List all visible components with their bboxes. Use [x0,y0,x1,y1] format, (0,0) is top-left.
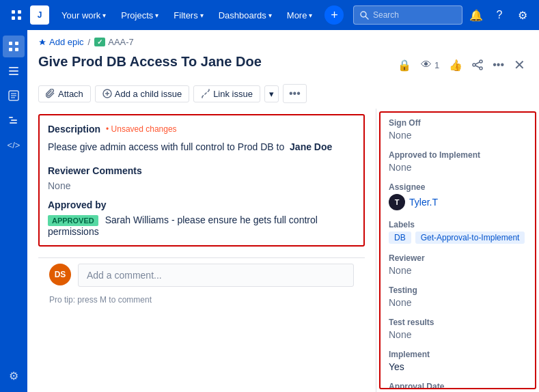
right-panel: Sign Off None Approved to Implement None… [379,111,536,389]
reviewer-section: Reviewer None [389,253,527,276]
chevron-down-icon: ▾ [155,12,158,19]
issue-type-badge: ✓ [94,38,105,46]
assignee-avatar: T [389,194,405,210]
svg-rect-17 [9,117,13,118]
breadcrumb-issue-id[interactable]: ✓ AAA-7 [94,37,134,47]
svg-rect-6 [9,42,12,45]
svg-rect-8 [9,48,12,51]
svg-rect-19 [10,122,17,124]
pro-tip: Pro tip: press M to comment [38,292,365,310]
chevron-down-icon: ▾ [309,12,312,19]
svg-line-24 [475,66,480,68]
comment-input[interactable]: Add a comment... [78,264,354,287]
add-child-issue-button[interactable]: Add a child issue [95,85,189,102]
approved-to-implement-section: Approved to Implement None [389,150,527,173]
description-header: Description • Unsaved changes [48,124,355,135]
reviewer-comments-label: Reviewer Comments [48,165,355,176]
approval-date-section: Approval Date 17th August 2023 [389,382,527,389]
sidebar-icon-settings[interactable]: ⚙ [3,365,25,387]
description-label: Description [48,124,100,135]
approval-date-label: Approval Date [389,382,527,389]
current-user-avatar: DS [49,264,71,285]
reviewer-value: None [389,265,527,276]
implement-section: Implement Yes [389,350,527,372]
description-text: Please give admin access with full contr… [48,140,355,154]
sign-off-value: None [389,130,527,141]
svg-rect-1 [18,10,21,14]
test-results-label: Test results [389,318,527,327]
header-actions: 🔒 👁 1 👍 ••• ✕ [395,54,528,76]
lock-button[interactable]: 🔒 [395,56,414,74]
sign-off-label: Sign Off [389,118,527,128]
test-results-section: Test results None [389,318,527,340]
approved-by-section: Approved by APPROVED Sarah Williams - pl… [48,199,355,237]
reviewer-comments-value: None [48,180,355,191]
svg-point-20 [480,60,482,63]
main-layout: </> ⚙ Add epic / ✓ AAA-7 Give Prod DB Ac… [0,30,539,392]
watch-button[interactable]: 👁 1 [418,56,442,74]
svg-rect-12 [9,74,18,75]
label-get-approval[interactable]: Get-Approval-to-Implement [415,232,525,244]
svg-rect-9 [15,48,18,51]
app-container: J Your work ▾ Projects ▾ Filters ▾ Dashb… [0,0,539,392]
help-icon[interactable]: ? [490,5,509,25]
watch-count: 1 [434,60,439,70]
labels-section: Labels DB Get-Approval-to-Implement [389,220,527,244]
attach-button[interactable]: Attach [38,85,91,102]
svg-rect-18 [11,120,17,121]
testing-value: None [389,297,527,308]
label-db[interactable]: DB [389,232,411,244]
labels-row: DB Get-Approval-to-Implement [389,232,527,244]
grid-icon[interactable] [7,5,26,25]
approved-by-label: Approved by [48,199,355,210]
nav-filters[interactable]: Filters ▾ [168,8,208,23]
issue-header: Give Prod DB Access To Jane Doe 🔒 👁 1 👍 … [27,51,539,81]
chevron-down-icon: ▾ [200,12,204,19]
settings-icon[interactable]: ⚙ [513,5,532,25]
nav-projects[interactable]: Projects ▾ [115,8,164,23]
like-button[interactable]: 👍 [446,56,465,74]
close-button[interactable]: ✕ [511,54,528,76]
sign-off-section: Sign Off None [389,118,527,141]
create-button[interactable]: + [324,5,344,25]
breadcrumb: Add epic / ✓ AAA-7 [27,30,539,51]
sidebar-icon-code[interactable]: </> [3,134,25,156]
logo[interactable]: J [30,5,49,25]
eye-icon: 👁 [421,59,432,71]
sidebar-icon-timeline[interactable] [3,109,25,131]
test-results-value: None [389,329,527,340]
svg-point-21 [473,64,475,66]
sidebar-icon-list[interactable] [3,85,25,107]
chevron-down-icon: ▾ [268,12,272,19]
nav-your-work[interactable]: Your work ▾ [56,8,111,23]
search-bar[interactable]: Search [353,5,462,25]
sidebar-icon-home[interactable] [3,36,25,57]
svg-rect-2 [12,16,15,20]
split-content: Description • Unsaved changes Please giv… [27,109,539,392]
svg-rect-11 [9,70,18,72]
sidebar-icon-boards[interactable] [3,60,25,82]
assignee-label: Assignee [389,182,527,192]
implement-label: Implement [389,350,527,359]
approved-to-implement-value: None [389,162,527,173]
top-navigation: J Your work ▾ Projects ▾ Filters ▾ Dashb… [0,0,539,30]
link-issue-button[interactable]: Link issue [193,85,260,102]
labels-label: Labels [389,220,527,229]
highlighted-name: Jane Doe [290,141,332,152]
svg-rect-3 [18,16,21,20]
dropdown-arrow-button[interactable]: ▾ [264,85,279,102]
svg-line-5 [366,17,369,20]
approved-to-implement-label: Approved to Implement [389,150,527,160]
add-epic-link[interactable]: Add epic [38,37,84,47]
more-button[interactable]: ••• [490,56,507,74]
toolbar-more-button[interactable]: ••• [283,84,307,103]
nav-action-icons: 🔔 ? ⚙ [467,5,532,25]
svg-rect-7 [15,42,18,45]
description-box: Description • Unsaved changes Please giv… [38,114,365,247]
notifications-icon[interactable]: 🔔 [467,5,486,25]
share-button[interactable] [469,57,486,73]
assignee-section: Assignee T Tyler.T [389,182,527,210]
nav-dashboards[interactable]: Dashboards ▾ [213,8,277,23]
nav-more[interactable]: More ▾ [281,8,318,23]
assignee-name[interactable]: Tyler.T [409,197,438,208]
